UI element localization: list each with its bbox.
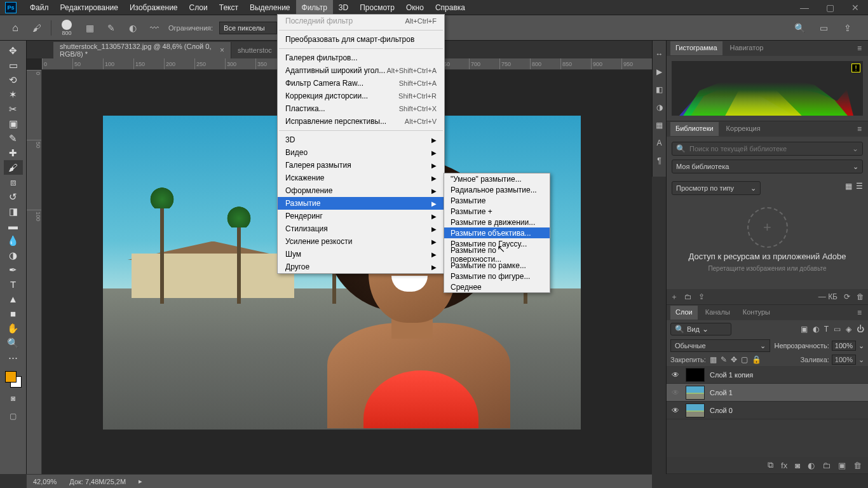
frame-tool[interactable]: ▣ (4, 116, 23, 131)
menu-item-other[interactable]: Другое▶ (278, 261, 444, 273)
tab-layers[interactable]: Слои (670, 306, 698, 320)
library-search-input[interactable] (689, 145, 848, 152)
window-minimize[interactable]: — (792, 0, 817, 15)
filter-shape-icon[interactable]: ▭ (834, 325, 841, 334)
window-maximize[interactable]: ▢ (817, 0, 843, 15)
quickmask-icon[interactable]: ◙ (4, 391, 23, 405)
submenu-item[interactable]: Размытие по фигуре... (444, 271, 550, 281)
filter-adjust-icon[interactable]: ◐ (813, 325, 819, 334)
gradient-tool[interactable]: ▬ (4, 219, 23, 233)
blend-mode-select[interactable]: Обычные⌄ (670, 339, 770, 352)
opacity-value[interactable]: 100% (832, 341, 856, 351)
library-search[interactable]: 🔍 ⌄ (672, 142, 863, 156)
menu-item-video[interactable]: Видео▶ (278, 146, 444, 159)
menu-text[interactable]: Текст (214, 0, 244, 15)
document-tab[interactable]: shutterstock_1130573132.jpg @ 48,6% (Сло… (53, 42, 231, 58)
menu-item-stylize[interactable]: Стилизация▶ (278, 222, 444, 235)
healing-tool[interactable]: ✚ (4, 146, 23, 160)
panel-menu-icon[interactable]: ≡ (857, 125, 864, 133)
zoom-tool[interactable]: 🔍 (4, 336, 23, 350)
workspace-icon[interactable]: ▭ (816, 20, 831, 36)
adjustment-layer-icon[interactable]: ◐ (808, 461, 815, 470)
layer-row[interactable]: 👁 Слой 1 (667, 384, 868, 402)
document-tab[interactable]: shutterstoc (231, 42, 279, 58)
menu-item-3d[interactable]: 3D▶ (278, 133, 444, 146)
crop-tool[interactable]: ✂ (4, 102, 23, 116)
menu-item-pixelate[interactable]: Оформление▶ (278, 184, 444, 197)
window-close[interactable]: ✕ (843, 0, 868, 15)
menu-image[interactable]: Изображение (124, 0, 184, 15)
filter-type-icon[interactable]: T (824, 325, 829, 334)
screenmode-icon[interactable]: ▢ (4, 409, 23, 423)
menu-item[interactable]: Исправление перспективы...Alt+Ctrl+V (278, 115, 444, 128)
marquee-tool[interactable]: ▭ (4, 58, 23, 72)
menu-item-render[interactable]: Рендеринг▶ (278, 210, 444, 222)
timeline-icon[interactable]: ↔ (654, 50, 665, 61)
delete-layer-icon[interactable]: 🗑 (853, 461, 862, 470)
type-tool[interactable]: T (4, 277, 23, 292)
menu-3d[interactable]: 3D (333, 0, 354, 15)
tab-paths[interactable]: Контуры (738, 306, 775, 320)
swatches-icon[interactable]: ▦ (654, 121, 665, 132)
group-icon[interactable]: 🗀 (822, 461, 831, 470)
lock-all-icon[interactable]: 🔒 (752, 355, 761, 364)
brush-tool-indicator-icon[interactable]: 🖌 (29, 20, 44, 36)
brush-panel-icon[interactable]: ▦ (82, 20, 97, 36)
layer-row[interactable]: 👁 Слой 0 (667, 402, 868, 419)
submenu-item[interactable]: Размытие + (444, 206, 550, 217)
library-select[interactable]: Моя библиотека⌄ (672, 159, 863, 173)
adjustments-icon[interactable]: ◧ (654, 85, 665, 97)
histogram-warning-icon[interactable]: ! (851, 64, 860, 72)
layer-name[interactable]: Слой 1 (710, 389, 733, 396)
menu-select[interactable]: Выделение (244, 0, 296, 15)
history-brush-tool[interactable]: ↺ (4, 189, 23, 204)
grid-view-icon[interactable]: ▦ (845, 182, 852, 191)
paragraph-icon[interactable]: ¶ (654, 156, 665, 168)
home-icon[interactable]: ⌂ (8, 20, 23, 36)
brush-tool[interactable]: 🖌 (4, 160, 23, 175)
visibility-toggle[interactable]: 👁 (670, 388, 681, 397)
menu-help[interactable]: Справка (430, 0, 471, 15)
menu-item[interactable]: Адаптивный широкий угол...Alt+Shift+Ctrl… (278, 64, 444, 77)
submenu-item[interactable]: Радиальное размытие... (444, 184, 550, 195)
close-icon[interactable]: × (220, 46, 224, 55)
share-icon[interactable]: ⇪ (840, 20, 855, 36)
filter-smart-icon[interactable]: ◈ (846, 325, 851, 334)
layer-name[interactable]: Слой 1 копия (710, 371, 753, 379)
quick-select-tool[interactable]: ✶ (4, 87, 23, 102)
foreground-color[interactable] (5, 371, 17, 383)
chevron-down-icon[interactable]: ⌄ (852, 144, 858, 153)
submenu-item-lens-blur[interactable]: Размытие объектива... (444, 227, 550, 238)
layer-row[interactable]: 👁 Слой 1 копия (667, 366, 868, 384)
visibility-toggle[interactable]: 👁 (670, 406, 681, 415)
filter-pixel-icon[interactable]: ▣ (801, 325, 808, 334)
menu-edit[interactable]: Редактирование (55, 0, 124, 15)
trash-icon[interactable]: 🗑 (857, 292, 864, 301)
add-icon[interactable]: ＋ (670, 292, 678, 302)
link-layers-icon[interactable]: ⧉ (768, 460, 773, 470)
document-size[interactable]: Док: 7,48M/25,2M (69, 478, 126, 485)
tab-channels[interactable]: Каналы (700, 306, 735, 320)
brush-angle-icon[interactable]: ◐ (125, 20, 140, 36)
play-icon[interactable]: ▶ (654, 67, 665, 79)
menu-view[interactable]: Просмотр (354, 0, 400, 15)
layer-filter-kind[interactable]: 🔍 Вид ⌄ (670, 323, 731, 336)
layer-mask-icon[interactable]: ◙ (795, 461, 800, 470)
panel-menu-icon[interactable]: ≡ (857, 308, 864, 317)
menu-item-sharpen[interactable]: Усиление резкости▶ (278, 235, 444, 248)
layer-thumbnail[interactable] (686, 386, 705, 400)
pen-tool[interactable]: ✒ (4, 262, 23, 277)
menu-layers[interactable]: Слои (184, 0, 214, 15)
lock-pixels-icon[interactable]: ✎ (721, 355, 727, 364)
search-icon[interactable]: 🔍 (792, 20, 807, 36)
upload-icon[interactable]: ⇪ (698, 292, 705, 301)
visibility-toggle[interactable]: 👁 (670, 370, 681, 379)
menu-item-smart-filter[interactable]: Преобразовать для смарт-фильтров (278, 33, 444, 46)
lock-artboard-icon[interactable]: ▢ (741, 355, 748, 364)
blur-tool[interactable]: 💧 (4, 233, 23, 248)
submenu-item[interactable]: "Умное" размытие... (444, 173, 550, 184)
eraser-tool[interactable]: ◨ (4, 204, 23, 219)
hand-tool[interactable]: ✋ (4, 321, 23, 336)
path-select-tool[interactable]: ▲ (4, 292, 23, 306)
lasso-tool[interactable]: ⟲ (4, 72, 23, 87)
